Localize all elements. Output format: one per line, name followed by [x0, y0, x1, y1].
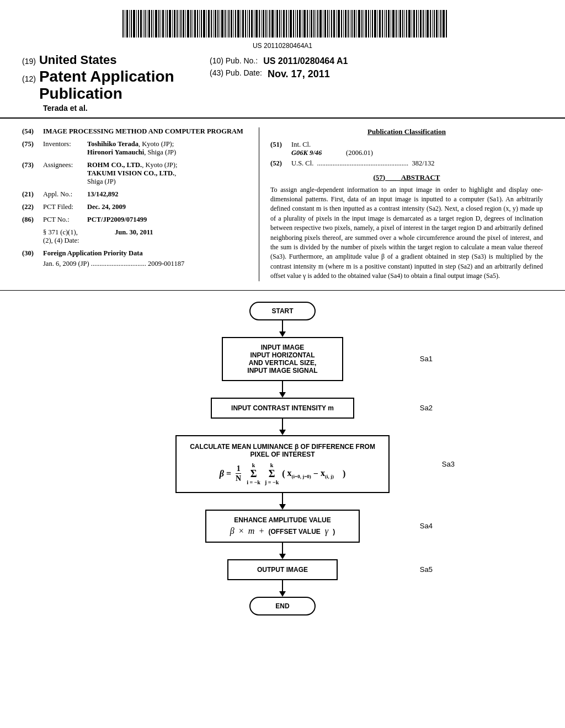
- inventors-value: Toshihiko Terada, Kyoto (JP); Hironori Y…: [87, 140, 248, 157]
- svg-rect-40: [211, 10, 212, 38]
- svg-rect-114: [379, 10, 381, 38]
- svg-rect-111: [372, 10, 373, 38]
- foreign-app-data: Jan. 6, 2009 (JP) ......................…: [43, 260, 248, 268]
- pub-date-line: (43) Pub. Date: Nov. 17, 2011: [210, 68, 543, 80]
- pct-no-value-text: PCT/JP2009/071499: [87, 216, 147, 223]
- foreign-app-num: (30): [22, 249, 43, 268]
- sa2-text: INPUT CONTRAST INTENSITY m: [231, 404, 334, 412]
- sa3-line1: CALCULATE MEAN LUMINANCE β OF DIFFERENCE…: [190, 443, 375, 451]
- sa1-line4: INPUT IMAGE SIGNAL: [236, 367, 329, 374]
- svg-rect-131: [418, 10, 419, 38]
- sa5-row: OUTPUT IMAGE Sa5: [22, 559, 543, 580]
- svg-rect-119: [391, 10, 391, 38]
- sa4-formula: β × m + (OFFSET VALUE γ ): [220, 526, 345, 536]
- svg-rect-142: [443, 10, 445, 38]
- arrow-6: [279, 580, 286, 597]
- svg-rect-7: [136, 10, 137, 38]
- svg-rect-129: [413, 10, 415, 38]
- pct-filed-label: PCT Filed:: [43, 203, 87, 211]
- svg-rect-49: [231, 10, 232, 38]
- sa4-row: ENHANCE AMPLITUDE VALUE β × m + (OFFSET …: [22, 510, 543, 543]
- country-label: (19): [22, 57, 36, 66]
- svg-rect-90: [324, 10, 326, 38]
- svg-rect-56: [247, 10, 248, 38]
- svg-rect-37: [203, 10, 205, 38]
- section371-field: § 371 (c)(1), (2), (4) Date: Jun. 30, 20…: [22, 228, 248, 245]
- svg-rect-54: [242, 10, 244, 38]
- sa1-line1: INPUT IMAGE: [236, 344, 329, 351]
- arrow-1: [279, 320, 286, 337]
- svg-rect-113: [377, 10, 378, 38]
- sa3-row: CALCULATE MEAN LUMINANCE β OF DIFFERENCE…: [22, 435, 543, 493]
- svg-rect-67: [271, 10, 274, 38]
- svg-rect-126: [406, 10, 407, 38]
- pct-filed-num: (22): [22, 203, 43, 211]
- int-cl-class: G06K 9/46: [291, 149, 322, 157]
- svg-rect-11: [145, 10, 146, 38]
- pct-filed-field: (22) PCT Filed: Dec. 24, 2009: [22, 203, 248, 211]
- svg-rect-3: [126, 10, 128, 38]
- svg-rect-66: [269, 10, 270, 38]
- arrow-3: [279, 419, 286, 435]
- svg-rect-83: [309, 10, 310, 38]
- svg-rect-84: [311, 10, 312, 38]
- svg-rect-48: [228, 10, 230, 38]
- arrow-4: [279, 493, 286, 510]
- svg-rect-32: [193, 10, 193, 38]
- int-cl-row: (51) Int. Cl. G06K 9/46 (2006.01): [270, 141, 543, 157]
- svg-rect-4: [129, 10, 130, 38]
- svg-rect-47: [227, 10, 227, 38]
- svg-rect-141: [440, 10, 441, 38]
- foreign-app-value: Foreign Application Priority Data Jan. 6…: [43, 249, 248, 268]
- start-row: START: [249, 302, 316, 320]
- section371-num: [22, 228, 43, 245]
- arrow-5: [279, 543, 286, 559]
- svg-rect-31: [190, 10, 191, 38]
- svg-rect-42: [215, 10, 216, 38]
- svg-rect-1: [122, 10, 124, 38]
- svg-rect-53: [241, 10, 241, 38]
- svg-rect-6: [133, 10, 135, 38]
- sa5-box: OUTPUT IMAGE: [227, 559, 338, 580]
- abstract-title-text: ABSTRACT: [401, 173, 440, 181]
- pub-no-value: US 2011/0280464 A1: [263, 56, 348, 66]
- sa4-label: Sa4: [420, 522, 433, 530]
- svg-rect-21: [167, 10, 168, 38]
- svg-rect-130: [416, 10, 417, 38]
- main-content: (54) IMAGE PROCESSING METHOD AND COMPUTE…: [0, 119, 565, 281]
- svg-rect-23: [172, 10, 173, 38]
- section371-value-text: Jun. 30, 2011: [115, 228, 153, 236]
- us-cl-val: 382/132: [412, 159, 434, 167]
- abstract-title: (57) ABSTRACT: [270, 173, 543, 182]
- svg-rect-110: [370, 10, 371, 38]
- title-text: IMAGE PROCESSING METHOD AND COMPUTER PRO…: [43, 127, 243, 135]
- left-column: (54) IMAGE PROCESSING METHOD AND COMPUTE…: [22, 127, 259, 281]
- svg-rect-9: [140, 10, 142, 38]
- sa4-box: ENHANCE AMPLITUDE VALUE β × m + (OFFSET …: [205, 510, 360, 543]
- svg-rect-16: [155, 10, 157, 38]
- svg-rect-91: [327, 10, 328, 38]
- svg-rect-95: [336, 10, 337, 38]
- svg-rect-59: [254, 10, 254, 38]
- inventors-line: Terada et al.: [43, 104, 88, 113]
- section371-sub: (2), (4) Date:: [43, 237, 79, 244]
- right-column: Publication Classification (51) Int. Cl.…: [259, 127, 543, 281]
- title-num: (54): [22, 127, 43, 136]
- svg-rect-17: [158, 10, 159, 38]
- appl-label: Appl. No.:: [43, 190, 87, 199]
- svg-rect-51: [235, 10, 236, 38]
- sa5-label: Sa5: [420, 565, 433, 574]
- svg-rect-12: [147, 10, 147, 38]
- sa3-formula: β = 1 N k Σ i = −k k Σ: [190, 463, 375, 485]
- sa2-box: INPUT CONTRAST INTENSITY m: [211, 398, 354, 419]
- svg-rect-20: [165, 10, 166, 38]
- svg-rect-45: [221, 10, 223, 38]
- pct-no-field: (86) PCT No.: PCT/JP2009/071499: [22, 216, 248, 224]
- barcode-image: // We'll just draw static bars as a patt…: [117, 10, 448, 38]
- pct-filed-value: Dec. 24, 2009: [87, 203, 248, 211]
- svg-rect-96: [338, 10, 340, 38]
- svg-rect-103: [354, 10, 355, 38]
- svg-rect-8: [138, 10, 139, 38]
- svg-rect-107: [364, 10, 364, 38]
- int-cl-year: (2006.01): [346, 149, 373, 157]
